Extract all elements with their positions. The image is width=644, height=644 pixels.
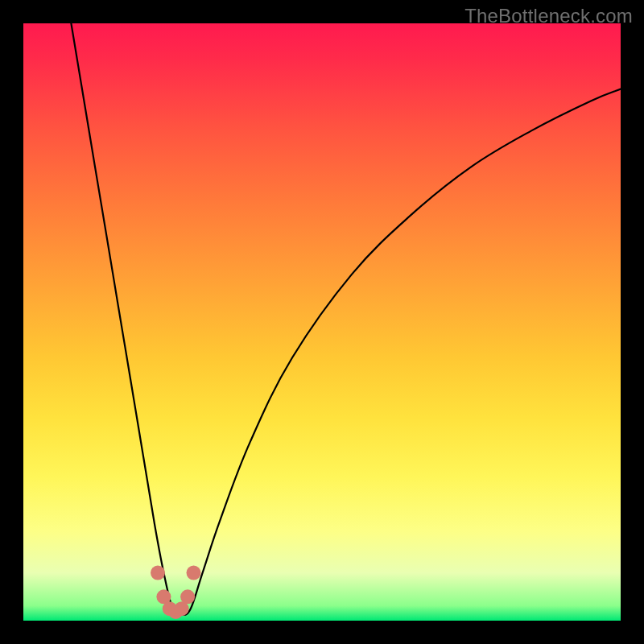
chart-frame: TheBottleneck.com — [0, 0, 644, 644]
plot-area — [23, 23, 621, 621]
curve-path — [71, 23, 621, 615]
highlight-dot — [187, 566, 201, 580]
highlight-dot — [151, 566, 165, 580]
highlight-dots — [151, 566, 201, 619]
bottleneck-curve — [23, 23, 621, 621]
watermark-text: TheBottleneck.com — [464, 5, 633, 27]
highlight-dot — [180, 589, 195, 604]
